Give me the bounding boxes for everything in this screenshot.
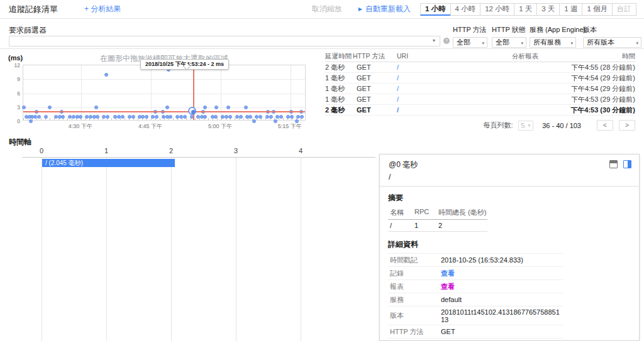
scatter-point[interactable] [104, 73, 108, 77]
scatter-point[interactable] [121, 115, 125, 119]
scatter-point[interactable] [244, 106, 248, 109]
time-range-12h[interactable]: 12 小時 [480, 3, 514, 16]
rows-per-page-select[interactable]: 5 ▾ [518, 121, 534, 131]
trace-table: 延遲時間 HTTP 方法 URI 分析報表 時間 2 毫秒 GET / 下午4:… [325, 53, 635, 131]
trace-row[interactable]: 2 毫秒 GET / 下午4:55 (28 分鐘前) [325, 62, 635, 73]
scatter-point[interactable] [162, 115, 165, 119]
analysis-results-link[interactable]: + 分析結果 [84, 4, 121, 14]
scatter-point[interactable] [203, 106, 207, 109]
trace-row[interactable]: 1 毫秒 GET / 下午4:54 (29 分鐘前) [325, 73, 635, 84]
scatter-point[interactable] [54, 115, 58, 119]
pagination: 每頁列數: 5 ▾ 36 - 40 / 103 < > [325, 120, 635, 131]
time-range-1h[interactable]: 1 小時 [420, 3, 451, 16]
http-method-select[interactable]: 全部 ▾ [453, 37, 487, 48]
scatter-point[interactable] [61, 115, 65, 119]
scatter-plot-area[interactable]: 2018/10/25 下午4:53:24 - 2 ms [23, 65, 306, 121]
scatter-point[interactable] [94, 106, 98, 109]
scatter-point[interactable] [228, 115, 232, 119]
scatter-point[interactable] [48, 106, 52, 109]
detail-row: 服務 default [388, 293, 563, 306]
prev-page-button[interactable]: < [597, 120, 613, 131]
horizontal-split-icon[interactable] [609, 160, 618, 168]
scatter-point[interactable] [106, 115, 109, 119]
timeline-gridline [171, 158, 172, 341]
scatter-point[interactable] [286, 115, 290, 119]
scatter-point[interactable] [29, 119, 33, 123]
timeline-span-bar[interactable]: / (2.045 毫秒) [42, 159, 175, 167]
trace-uri-link[interactable]: / [397, 106, 399, 114]
scatter-point[interactable] [252, 119, 256, 123]
scatter-point[interactable] [290, 115, 294, 119]
scatter-point[interactable] [169, 115, 172, 119]
detail-label: HTTP 方法 [388, 327, 441, 337]
scatter-point[interactable] [258, 115, 262, 119]
scatter-point[interactable] [165, 106, 169, 109]
time-range-3d[interactable]: 3 天 [536, 3, 560, 16]
service-select[interactable]: 所有服務 ▾ [530, 37, 576, 48]
scatter-point[interactable] [44, 115, 48, 119]
help-icon[interactable]: ? [443, 38, 450, 44]
scatter-point[interactable] [274, 119, 277, 123]
scatter-point[interactable] [155, 115, 158, 119]
trace-row[interactable]: 1 毫秒 GET / 下午4:54 (29 分鐘前) [325, 84, 635, 94]
trace-uri-link[interactable]: / [397, 85, 399, 92]
time-range-1d[interactable]: 1 天 [514, 3, 537, 16]
scatter-point[interactable] [183, 115, 187, 119]
view-log-link[interactable]: 查看 [441, 269, 455, 278]
trace-latency: 2 毫秒 [325, 106, 357, 115]
scatter-point[interactable] [300, 115, 304, 119]
selected-point[interactable] [191, 110, 196, 114]
scatter-point[interactable] [226, 106, 230, 109]
time-range-custom[interactable]: 自訂 [612, 3, 636, 16]
scatter-point[interactable] [214, 106, 218, 109]
next-page-button[interactable]: > [619, 120, 635, 131]
version-filter: 版本 所有版本 ▾ [583, 25, 641, 48]
cancel-zoom-button[interactable]: 取消縮放 [312, 4, 342, 14]
scatter-point[interactable] [279, 115, 283, 119]
timeline-tick-label: 2 [169, 147, 173, 154]
trace-time: 下午4:53 (30 分鐘前) [538, 106, 635, 115]
trace-uri-link[interactable]: / [397, 74, 399, 82]
play-icon: ▶ [358, 6, 362, 12]
scatter-point[interactable] [141, 115, 145, 119]
y-tick-label: 9 [4, 76, 20, 82]
trace-row[interactable]: 1 毫秒 GET / 下午4:53 (29 分鐘前) [325, 94, 635, 105]
scatter-point[interactable] [131, 115, 135, 119]
scatter-point[interactable] [265, 115, 269, 119]
scatter-point[interactable] [145, 115, 148, 119]
scatter-point[interactable] [33, 115, 37, 119]
side-panel-icon[interactable] [623, 160, 631, 168]
http-status-select[interactable]: 全部 ▾ [492, 37, 526, 48]
scatter-point[interactable] [22, 106, 26, 109]
detail-value: GET [441, 328, 455, 335]
timeline-tick-label: 1 [104, 147, 108, 154]
time-range-1m[interactable]: 1 個月 [582, 3, 613, 16]
trace-uri-link[interactable]: / [397, 63, 399, 71]
view-report-link[interactable]: 查看 [441, 282, 455, 291]
time-range-selector: 1 小時 4 小時 12 小時 1 天 3 天 1 週 1 個月 自訂 [421, 3, 636, 16]
time-range-1w[interactable]: 1 週 [559, 3, 582, 16]
scatter-point[interactable] [235, 115, 239, 119]
scatter-point[interactable] [79, 115, 82, 119]
version-select[interactable]: 所有版本 ▾ [583, 37, 641, 48]
scatter-point[interactable] [37, 115, 41, 119]
trace-uri-link[interactable]: / [397, 95, 399, 103]
detail-row: HTTP 狀態碼 304 [388, 338, 563, 341]
rows-per-page-value: 5 [521, 122, 525, 129]
top-bar: 追蹤記錄清單 + 分析結果 取消縮放 ▶ 自動重新載入 1 小時 4 小時 12… [0, 0, 644, 19]
scatter-point[interactable] [214, 115, 218, 119]
scatter-point[interactable] [248, 115, 252, 119]
scatter-point[interactable] [96, 115, 99, 119]
auto-reload-button[interactable]: ▶ 自動重新載入 [358, 4, 411, 14]
trace-latency: 1 毫秒 [325, 84, 357, 94]
request-filter-input[interactable] [9, 36, 440, 46]
scatter-point[interactable] [128, 115, 131, 119]
x-tick-label: 4:45 下午 [138, 122, 162, 131]
scatter-point[interactable] [269, 115, 273, 119]
service-label: 服務 (App Engine) [530, 25, 586, 35]
time-range-4h[interactable]: 4 小時 [450, 3, 481, 16]
scatter-point[interactable] [203, 115, 207, 119]
trace-row-selected[interactable]: 2 毫秒 GET / 下午4:53 (30 分鐘前) [325, 105, 635, 116]
scatter-point[interactable] [239, 115, 243, 119]
http-status-label: HTTP 狀態 [492, 25, 526, 35]
